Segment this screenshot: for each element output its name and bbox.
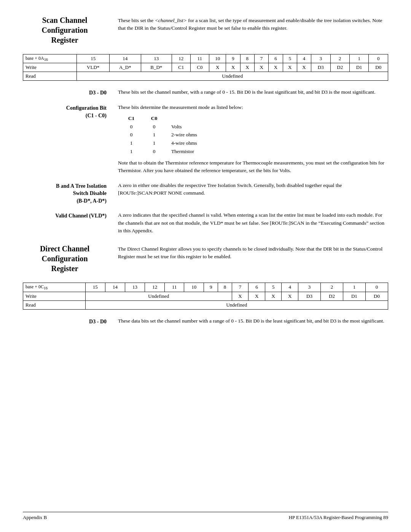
- page-content: Scan Channel Configuration Register Thes…: [23, 15, 388, 325]
- scan-d3-d0-section: D3 - D0 These bits set the channel numbe…: [23, 88, 388, 97]
- direct-addr-cell: base + 0C16: [23, 283, 86, 292]
- direct-d3-d0-section: D3 - D0 These data bits set the channel …: [23, 317, 388, 326]
- page-footer: Appendix B HP E1351A/53A Register-Based …: [23, 512, 388, 521]
- direct-channel-table: base + 0C16 15 14 13 12 11 10 9 8 7 6 5 …: [23, 283, 388, 309]
- tree-isolation-section: B and A Tree Isolation Switch Disable (B…: [23, 182, 388, 205]
- config-bit-desc: These bits determine the measurement mod…: [118, 104, 388, 175]
- direct-channel-desc: The Direct Channel Register allows you t…: [118, 244, 388, 261]
- scan-d3-d0-desc: These bits set the channel number, with …: [118, 88, 388, 96]
- tree-isolation-desc: A zero in either one disables the respec…: [118, 182, 388, 197]
- scan-channel-desc: These bits set the <channel_list> for a …: [118, 15, 388, 32]
- valid-channel-desc: A zero indicates that the specified chan…: [118, 211, 388, 235]
- direct-channel-header: Direct Channel Configuration Register Th…: [23, 244, 388, 273]
- direct-d3-d0-label: D3 - D0: [23, 317, 107, 326]
- scan-channel-table: base + 0A16 15 14 13 12 11 10 9 8 7 6 5 …: [23, 54, 388, 81]
- valid-channel-section: Valid Channel (VLD*) A zero indicates th…: [23, 211, 388, 235]
- footer-left: Appendix B: [23, 514, 47, 521]
- config-mode-table: C1 C0 0 0 Volts 0 1 2-wire ohms 1 1: [126, 114, 388, 155]
- footer-right: HP E1351A/53A Register-Based Programming…: [289, 514, 388, 521]
- config-note: Note that to obtain the Thermistor refer…: [118, 159, 388, 175]
- scan-channel-title: Scan Channel Configuration Register: [23, 15, 107, 45]
- config-bit-section: Configuration Bit (C1 - C0) These bits d…: [23, 104, 388, 175]
- direct-channel-title: Direct Channel Configuration Register: [23, 244, 107, 273]
- valid-channel-label: Valid Channel (VLD*): [23, 211, 107, 220]
- tree-isolation-label: B and A Tree Isolation Switch Disable (B…: [23, 182, 107, 205]
- scan-addr-cell: base + 0A16: [23, 54, 77, 63]
- config-bit-label: Configuration Bit (C1 - C0): [23, 104, 107, 119]
- direct-d3-d0-desc: These data bits set the channel number w…: [118, 317, 388, 325]
- scan-channel-header: Scan Channel Configuration Register Thes…: [23, 15, 388, 45]
- scan-d3-d0-label: D3 - D0: [23, 88, 107, 97]
